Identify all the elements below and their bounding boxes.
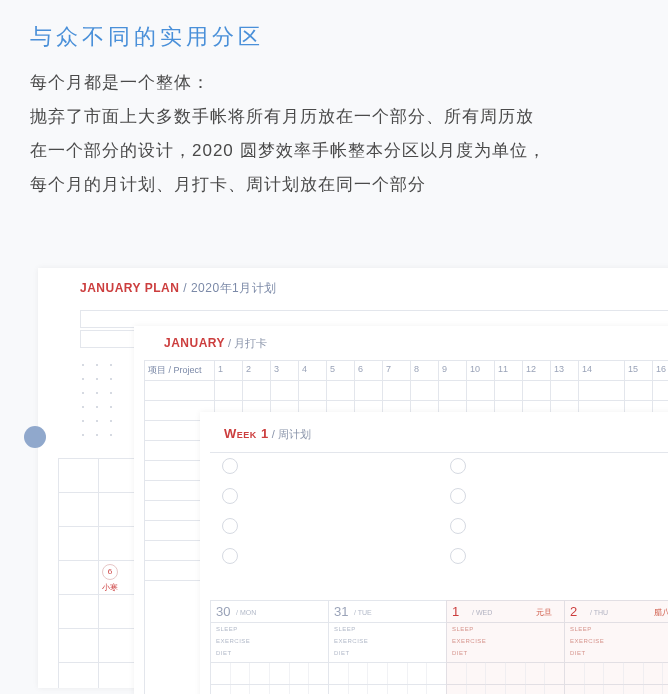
todo-circle xyxy=(222,488,238,504)
plan-title-sep: / xyxy=(179,281,191,295)
week-day-number: 30 xyxy=(216,604,230,619)
check-day-number: 15 xyxy=(628,364,638,374)
check-day-number: 2 xyxy=(246,364,251,374)
deco-dot xyxy=(82,378,84,380)
plan-title-en: January plan xyxy=(80,281,179,295)
deco-dot xyxy=(110,420,112,422)
para-line: 在一个部分的设计，2020 圆梦效率手帐整本分区以月度为单位， xyxy=(30,134,638,168)
check-title-cn: 月打卡 xyxy=(234,337,267,349)
week-row-label: EXERCISE xyxy=(334,638,368,644)
week-row-label: EXERCISE xyxy=(216,638,250,644)
deco-dot xyxy=(96,406,98,408)
calendar-day-label: 小寒 xyxy=(102,582,118,593)
deco-dot xyxy=(82,434,84,436)
todo-circle xyxy=(222,548,238,564)
check-title-sep: / xyxy=(225,337,234,349)
deco-dot xyxy=(82,364,84,366)
week-title-cn: 周计划 xyxy=(278,428,311,440)
deco-dot xyxy=(96,434,98,436)
check-day-number: 12 xyxy=(526,364,536,374)
para-line: 抛弃了市面上大多数手帐将所有月历放在一个部分、所有周历放 xyxy=(30,100,638,134)
check-day-number: 1 xyxy=(218,364,223,374)
check-day-number: 4 xyxy=(302,364,307,374)
index-tab xyxy=(24,426,46,448)
todo-circle xyxy=(450,488,466,504)
week-title-en: Week 1 xyxy=(224,426,269,441)
week-row-label: DIET xyxy=(216,650,232,656)
week-day-dow: / MON xyxy=(236,609,256,616)
check-day-number: 7 xyxy=(386,364,391,374)
deco-dot xyxy=(110,364,112,366)
todo-circle xyxy=(450,518,466,534)
week-row-label: SLEEP xyxy=(334,626,356,632)
para-line: 每个月都是一个整体： xyxy=(30,66,638,100)
plan-title-cn: 2020年1月计划 xyxy=(191,281,277,295)
todo-circle xyxy=(450,548,466,564)
check-day-number: 3 xyxy=(274,364,279,374)
deco-dot xyxy=(110,434,112,436)
check-project-label: 项目 / Project xyxy=(148,364,202,377)
check-day-number: 10 xyxy=(470,364,480,374)
deco-dot xyxy=(110,392,112,394)
check-day-number: 14 xyxy=(582,364,592,374)
week-row-label: SLEEP xyxy=(216,626,238,632)
todo-circle xyxy=(222,458,238,474)
planner-mockup: January plan / 2020年1月计划 6 小寒 January / … xyxy=(0,252,668,694)
check-day-number: 16 xyxy=(656,364,666,374)
deco-dot xyxy=(110,378,112,380)
deco-dot xyxy=(82,392,84,394)
section-title: 与众不同的实用分区 xyxy=(0,0,668,66)
deco-dot xyxy=(82,406,84,408)
deco-dot xyxy=(82,420,84,422)
holiday-column-overlay xyxy=(564,600,668,694)
section-paragraph: 每个月都是一个整体： 抛弃了市面上大多数手帐将所有月历放在一个部分、所有周历放 … xyxy=(0,66,668,202)
check-title-en: January xyxy=(164,336,225,350)
todo-circle xyxy=(450,458,466,474)
week-day-number: 31 xyxy=(334,604,348,619)
calendar-day-highlight: 6 xyxy=(102,564,118,580)
week-day-dow: / TUE xyxy=(354,609,372,616)
page-week-plan: Week 1 / 周计划 30/ MONSLEEPEXERCISEDIET31/… xyxy=(200,412,668,694)
week-title-sep: / xyxy=(269,428,278,440)
check-day-number: 11 xyxy=(498,364,508,374)
check-day-number: 6 xyxy=(358,364,363,374)
week-row-label: DIET xyxy=(334,650,350,656)
check-day-number: 5 xyxy=(330,364,335,374)
deco-dot xyxy=(96,364,98,366)
deco-dot xyxy=(96,392,98,394)
todo-circle xyxy=(222,518,238,534)
para-line: 每个月的月计划、月打卡、周计划放在同一个部分 xyxy=(30,168,638,202)
deco-dot xyxy=(110,406,112,408)
deco-dot xyxy=(96,420,98,422)
check-day-number: 9 xyxy=(442,364,447,374)
deco-dot xyxy=(96,378,98,380)
check-day-number: 13 xyxy=(554,364,564,374)
check-day-number: 8 xyxy=(414,364,419,374)
